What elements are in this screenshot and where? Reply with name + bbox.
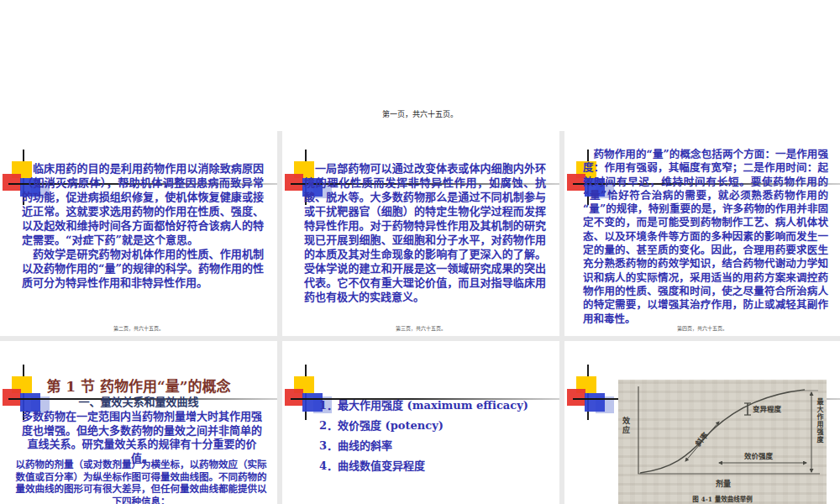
slide-page-6[interactable]: 1．最大作用强度 (maximum efficacy) 2．效价强度 (pote… [282, 341, 559, 504]
page-footer: 第一页，共六十五页。 [0, 108, 840, 119]
red-square-decoration [285, 389, 303, 406]
paragraph: 药物作用的“量”的概念包括两个方面：一是作用强度：作用有强弱，其幅度有宽窄；二是… [583, 148, 828, 326]
x-axis-label: 剂量 [715, 479, 731, 488]
page-footer: 第四页，共六十五页。 [564, 324, 840, 332]
y-axis-label: 效应 [621, 417, 632, 435]
numbered-list: 1．最大作用强度 (maximum efficacy) 2．效价强度 (pote… [319, 400, 553, 480]
sigmoid-curve [640, 390, 805, 473]
slide-page-4[interactable]: 药物作用的“量”的概念包括两个方面：一是作用强度：作用有强弱，其幅度有宽窄；二是… [564, 131, 840, 336]
page-footer: 第三页，共六十五页。 [282, 324, 559, 332]
slide-body-text: 临床用药的目的是利用药物作用以消除致病原因（如消灭病原体），帮助机体调整因患病而… [22, 161, 264, 290]
slope-label: 斜率 [692, 430, 710, 449]
list-item: 1．最大作用强度 (maximum efficacy) [319, 400, 553, 412]
max-intensity-label: 最大作用强度 [816, 398, 825, 479]
document-view: 第一页，共六十五页。 临床用药的目的是利用药物作用以消除致病原因（如消灭病原体）… [0, 0, 840, 504]
paragraph: 以药物的剂量（或对数剂量）为横坐标，以药物效应（实际数值或百分率）为纵坐标作图可… [15, 459, 267, 504]
dose-response-chart: 斜率 变异程度 效价强度 剂量 [618, 380, 827, 491]
blue-square-shadow [596, 396, 614, 413]
paragraph: 一局部药物可以通过改变体表或体内细胞内外环境的理化性质而发挥非特异性作用，如腐蚀… [304, 161, 546, 304]
figure-caption: 图 4-1 量效曲线举例 [618, 494, 827, 503]
slide-body-text: 药物作用的“量”的概念包括两个方面：一是作用强度：作用有强弱，其幅度有宽窄；二是… [583, 148, 828, 326]
paragraph: 临床用药的目的是利用药物作用以消除致病原因（如消灭病原体），帮助机体调整因患病而… [22, 161, 264, 247]
slide-page-5[interactable]: 第 1 节 药物作用“量”的概念 一、量效关系和量效曲线 多数药物在一定范围内当… [0, 341, 277, 504]
list-item: 4．曲线数值变异程度 [319, 460, 553, 472]
paragraph: 药效学是研究药物对机体作用的性质、作用机制以及药物作用的“量”的规律的科学。药物… [22, 247, 264, 290]
axes [638, 386, 820, 474]
slide-page-7[interactable]: 斜率 变异程度 效价强度 剂量 效应 最大作用强度 图 4-1 量效曲线举例 [564, 341, 840, 504]
variation-label: 变异程度 [753, 405, 782, 413]
section-subtitle: 一、量效关系和量效曲线 [0, 393, 277, 409]
red-square-decoration [567, 389, 585, 406]
list-item: 2．效价强度 (potency) [319, 420, 553, 432]
decoration-vertical-line [587, 365, 589, 420]
red-square-decoration [285, 174, 303, 191]
paragraph: 多数药物在一定范围内当药物剂量增大时其作用强度也增强。但绝大多数药物的量效之间并… [20, 410, 264, 465]
potency-label: 效价强度 [744, 452, 774, 460]
yellow-square-decoration [576, 376, 596, 393]
decoration-vertical-line [305, 365, 307, 420]
slide-page-3[interactable]: 一局部药物可以通过改变体表或体内细胞内外环境的理化性质而发挥非特异性作用，如腐蚀… [282, 131, 559, 336]
yellow-square-decoration [294, 376, 314, 393]
slide-body-text: 一局部药物可以通过改变体表或体内细胞内外环境的理化性质而发挥非特异性作用，如腐蚀… [304, 161, 546, 304]
page1-bottom[interactable]: 第一页，共六十五页。 [0, 0, 840, 131]
list-item: 3．曲线的斜率 [319, 440, 553, 452]
blue-square-decoration [585, 393, 605, 412]
slide-page-2[interactable]: 临床用药的目的是利用药物作用以消除致病原因（如消灭病原体），帮助机体调整因患病而… [0, 131, 277, 336]
red-square-decoration [3, 174, 21, 191]
dose-response-curve-figure: 斜率 变异程度 效价强度 剂量 效应 最大作用强度 图 4-1 量效曲线举例 [618, 380, 827, 504]
page-footer: 第二页，共六十五页。 [0, 324, 277, 332]
